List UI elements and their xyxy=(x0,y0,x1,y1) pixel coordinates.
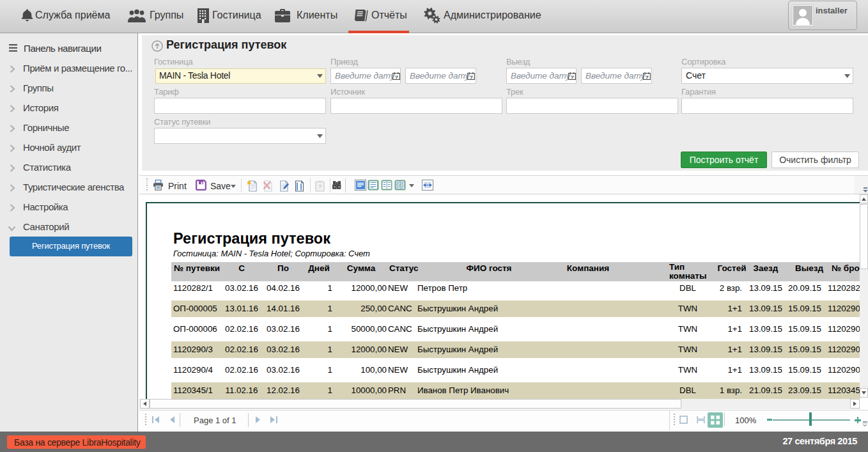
svg-text:?: ? xyxy=(318,183,322,190)
